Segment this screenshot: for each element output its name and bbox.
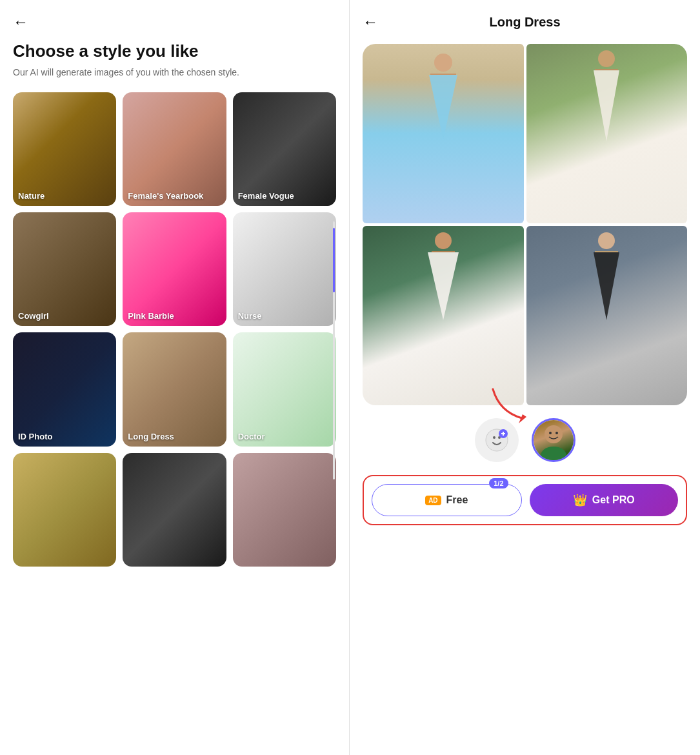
right-header: ← Long Dress	[363, 13, 687, 31]
svg-point-8	[541, 447, 566, 460]
style-item-vogue[interactable]: Female Vogue	[233, 92, 336, 206]
style-item-nature[interactable]: Nature	[13, 92, 116, 206]
style-item-cowgirl[interactable]: Cowgirl	[13, 212, 116, 326]
dress-collage	[363, 44, 687, 405]
style-item-longdress[interactable]: Long Dress	[123, 332, 226, 446]
action-buttons-container: 1/2 AD Free 👑 Get PRO	[363, 475, 687, 525]
free-button[interactable]: 1/2 AD Free	[372, 484, 522, 516]
style-item-barbie[interactable]: Pink Barbie	[123, 212, 226, 326]
style-label-yearbook: Female's Yearbook	[128, 191, 203, 201]
free-button-label: Free	[446, 494, 468, 506]
style-label-nature: Nature	[18, 191, 45, 201]
style-label-longdress: Long Dress	[128, 432, 174, 441]
add-face-icon	[485, 428, 508, 452]
svg-point-10	[555, 432, 558, 434]
collage-item-4	[526, 226, 688, 405]
style-item-nurse[interactable]: Nurse	[233, 212, 336, 326]
style-item-blonde[interactable]	[13, 453, 116, 567]
style-grid: Nature Female's Yearbook Female Vogue Co…	[13, 92, 336, 567]
style-item-brunette[interactable]	[233, 453, 336, 567]
style-label-barbie: Pink Barbie	[128, 311, 174, 321]
style-label-nurse: Nurse	[238, 311, 262, 321]
right-panel: ← Long Dress	[350, 0, 700, 755]
right-back-button[interactable]: ←	[363, 13, 378, 31]
scrollbar-track	[333, 221, 335, 479]
collage-item-3	[363, 226, 524, 405]
free-badge: 1/2	[489, 478, 508, 488]
svg-point-7	[545, 425, 563, 443]
svg-point-9	[549, 432, 552, 434]
left-panel: ← Choose a style you like Our AI will ge…	[0, 0, 350, 755]
svg-marker-0	[519, 414, 526, 423]
style-item-doctor[interactable]: Doctor	[233, 332, 336, 446]
crown-icon: 👑	[573, 493, 587, 507]
style-item-yearbook[interactable]: Female's Yearbook	[123, 92, 226, 206]
collage-item-1	[363, 44, 524, 223]
pro-button[interactable]: 👑 Get PRO	[530, 484, 679, 516]
choose-subtitle: Our AI will generate images of you with …	[13, 66, 336, 79]
left-back-button[interactable]: ←	[13, 13, 28, 31]
style-label-vogue: Female Vogue	[238, 191, 294, 201]
style-label-doctor: Doctor	[238, 432, 265, 441]
collage-item-2	[526, 44, 688, 223]
arrow-icon	[486, 386, 538, 425]
style-item-graduation[interactable]	[123, 453, 226, 567]
avatar-section	[363, 418, 687, 462]
style-label-idphoto: ID Photo	[18, 432, 52, 441]
right-panel-title: Long Dress	[388, 15, 661, 30]
style-item-idphoto[interactable]: ID Photo	[13, 332, 116, 446]
user-avatar[interactable]	[532, 418, 575, 462]
scrollbar-thumb[interactable]	[333, 228, 335, 292]
style-label-cowgirl: Cowgirl	[18, 311, 49, 321]
pro-button-label: Get PRO	[592, 494, 635, 506]
user-avatar-image	[534, 420, 574, 460]
user-face-svg	[534, 420, 574, 460]
ad-icon: AD	[425, 496, 441, 505]
svg-point-2	[493, 436, 495, 439]
add-face-button[interactable]	[475, 418, 519, 462]
choose-title: Choose a style you like	[13, 41, 336, 61]
